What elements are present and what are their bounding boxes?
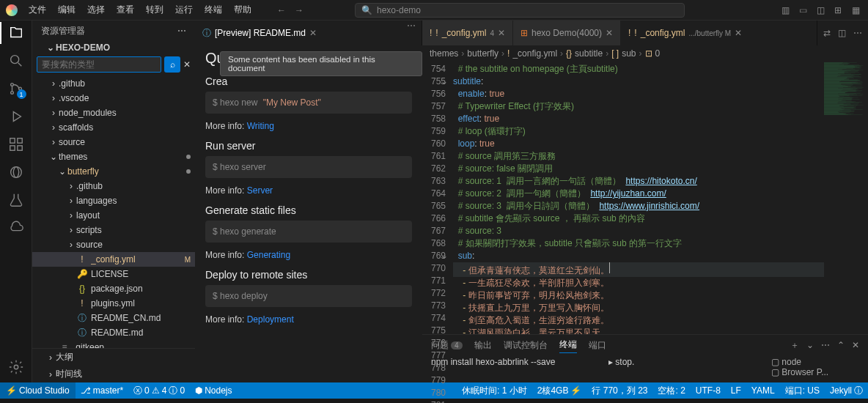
outline-section[interactable]: ›大纲 <box>32 349 195 366</box>
more-icon[interactable]: ⋯ <box>853 28 862 38</box>
tree-item-README_CN.md[interactable]: ⓘREADME_CN.md <box>32 311 195 325</box>
crumb-sub[interactable]: sub <box>622 48 636 59</box>
eol-indicator[interactable]: LF <box>726 385 746 396</box>
tree-item-.vscode[interactable]: ›.vscode <box>32 91 195 106</box>
tree-item-LICENSE[interactable]: 🔑LICENSE <box>32 267 195 281</box>
panel-icon[interactable]: ▭ <box>799 5 809 15</box>
extensions-icon[interactable] <box>8 136 24 152</box>
problems-indicator[interactable]: ⓧ 0 ⚠ 4 ⓘ 0 <box>128 385 190 397</box>
split-icon[interactable]: ◫ <box>838 28 846 38</box>
tree-item-scaffolds[interactable]: ›scaffolds <box>32 120 195 135</box>
doc-link[interactable]: Deployment <box>247 314 294 325</box>
customize-icon[interactable]: ⊞ <box>834 5 845 15</box>
tree-item-butterfly[interactable]: ⌄butterfly <box>32 164 195 179</box>
term-instance[interactable]: ▢ Browser P... <box>771 367 859 377</box>
tab-_config.yml[interactable]: !!_config.yml4✕ <box>422 21 513 45</box>
test-icon[interactable] <box>8 192 24 208</box>
cpu-indicator[interactable]: 2核4GB ⚡ <box>532 385 587 397</box>
compare-icon[interactable]: ⇄ <box>823 28 831 38</box>
sidebar-icon[interactable]: ◫ <box>817 5 827 15</box>
remote-icon[interactable] <box>8 164 24 180</box>
doc-link[interactable]: Generating <box>247 250 290 260</box>
editor-body[interactable]: 754⌄755756757758759760761762763764765766… <box>422 62 868 334</box>
panel-tab-终端[interactable]: 终端 <box>559 337 577 353</box>
project-header[interactable]: ⌄HEXO-DEMO <box>32 41 195 54</box>
cloud-icon[interactable] <box>8 220 24 236</box>
debug-icon[interactable] <box>8 108 24 125</box>
nav-fwd[interactable]: → <box>295 5 304 15</box>
tree-search-btn[interactable]: ⌕ <box>164 56 180 73</box>
tree-item-source[interactable]: ›source <box>32 237 195 252</box>
close-icon[interactable]: ✕ <box>735 28 742 38</box>
panel-tab-端口[interactable]: 端口 <box>589 338 606 353</box>
minimap[interactable] <box>824 62 868 334</box>
crumb-0[interactable]: 0 <box>655 48 661 59</box>
tab-hexo Demo(4000)[interactable]: ⊞hexo Demo(4000)✕ <box>513 21 621 45</box>
more-icon[interactable]: ⋯ <box>821 340 830 350</box>
cursor-pos[interactable]: 行 770，列 23 <box>586 385 652 397</box>
tree-search-input[interactable] <box>37 56 161 73</box>
crumb-butterfly[interactable]: butterfly <box>467 48 499 59</box>
panel-tab-调试控制台[interactable]: 调试控制台 <box>504 338 548 353</box>
panel-tab-输出[interactable]: 输出 <box>474 338 492 353</box>
tree-item-package.json[interactable]: {}package.json <box>32 281 195 296</box>
tree-item-.github[interactable]: ›.github <box>32 76 195 91</box>
scm-icon[interactable]: 1 <box>8 81 24 97</box>
menu-终端[interactable]: 终端 <box>199 1 227 18</box>
branch-indicator[interactable]: ⎇ master* <box>76 385 128 396</box>
doc-link[interactable]: Server <box>247 185 273 196</box>
tree-item-plugins.yml[interactable]: !plugins.yml <box>32 296 195 311</box>
tree-item-languages[interactable]: ›languages <box>32 193 195 208</box>
tab-[Preview] README.md[interactable]: ⓘ[Preview] README.md✕ <box>195 21 325 45</box>
menu-文件[interactable]: 文件 <box>23 1 51 18</box>
encoding-indicator[interactable]: UTF-8 <box>691 385 726 396</box>
menu-转到[interactable]: 转到 <box>141 1 169 18</box>
new-terminal-icon[interactable]: ＋ <box>790 339 799 352</box>
sleep-indicator[interactable]: 休眠时间: 1 小时 <box>457 385 532 397</box>
tree-item-node_modules[interactable]: ›node_modules <box>32 106 195 120</box>
tree-item-README.md[interactable]: ⓘREADME.md <box>32 325 195 340</box>
menu-编辑[interactable]: 编辑 <box>53 1 81 18</box>
explorer-icon[interactable] <box>8 25 24 41</box>
close-icon[interactable]: ✕ <box>183 59 191 70</box>
jekyll-indicator[interactable]: Jekyll ⓘ <box>825 385 868 397</box>
nav-back[interactable]: ← <box>277 5 286 15</box>
tree-item-layout[interactable]: ›layout <box>32 208 195 223</box>
lang-indicator[interactable]: YAML <box>746 385 780 396</box>
menu-运行[interactable]: 运行 <box>170 1 198 18</box>
menu-查看[interactable]: 查看 <box>111 1 139 18</box>
close-icon[interactable]: ✕ <box>852 340 859 350</box>
terminal-body[interactable]: npm install hexo-abbrlink --save ▸ stop.… <box>422 355 868 382</box>
port-indicator[interactable]: 端口: US <box>780 385 825 397</box>
tab-_config.yml[interactable]: !!_config.yml.../butterfly M✕ <box>621 21 750 45</box>
chevron-down-icon[interactable]: ⌄ <box>806 340 814 350</box>
close-icon[interactable]: ✕ <box>606 28 613 38</box>
doc-link[interactable]: Writing <box>247 121 274 131</box>
crumb-subtitle[interactable]: subtitle <box>575 48 603 59</box>
maximize-icon[interactable]: ⌃ <box>837 340 845 350</box>
settings-icon[interactable] <box>8 359 24 375</box>
more-icon[interactable]: ⋯ <box>177 26 186 36</box>
remote-indicator[interactable]: ⚡ Cloud Studio <box>0 382 76 399</box>
tree-item-scripts[interactable]: ›scripts <box>32 223 195 237</box>
tree-item-_config.yml[interactable]: !_config.ymlM <box>32 252 195 267</box>
command-center[interactable]: 🔍 hexo-demo <box>355 3 685 18</box>
layout-icon[interactable]: ▥ <box>781 5 792 15</box>
tree-item-source[interactable]: ›source <box>32 135 195 149</box>
spaces-indicator[interactable]: 空格: 2 <box>652 385 690 397</box>
term-instance[interactable]: ▢ node <box>771 357 859 367</box>
code-content[interactable]: # the subtitle on homepage (主頁subtitle)s… <box>453 62 824 334</box>
node-indicator[interactable]: ⬢ Nodejs <box>190 385 237 396</box>
close-icon[interactable]: ✕ <box>309 28 317 38</box>
menu-选择[interactable]: 选择 <box>82 1 110 18</box>
timeline-section[interactable]: ›时间线 <box>32 366 195 382</box>
tree-item-.gitkeep[interactable]: ≡.gitkeep <box>32 340 195 348</box>
crumb-themes[interactable]: themes <box>430 48 458 59</box>
tree-item-.github[interactable]: ›.github <box>32 179 195 193</box>
search-icon[interactable] <box>8 53 24 69</box>
close-icon[interactable]: ✕ <box>498 28 505 38</box>
tree-item-themes[interactable]: ⌄themes <box>32 149 195 164</box>
menu-帮助[interactable]: 帮助 <box>229 1 257 18</box>
grid-icon[interactable]: ▦ <box>852 5 862 15</box>
more-icon[interactable]: ⋯ <box>401 21 422 45</box>
